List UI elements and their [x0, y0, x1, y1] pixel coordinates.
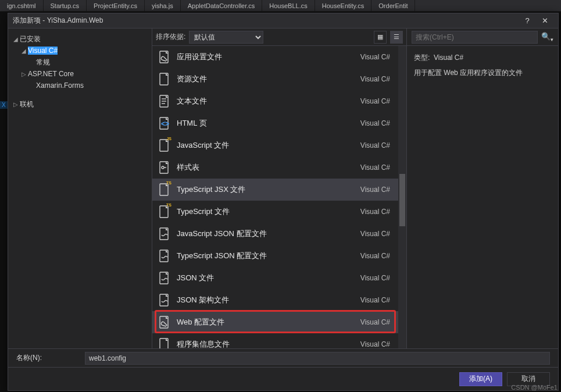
template-lang: Visual C# — [360, 186, 390, 194]
editor-tab[interactable]: ProjectEntity.cs — [87, 0, 145, 11]
tree-label: 已安装 — [20, 34, 41, 44]
watermark: CSDN @MoFe1 — [511, 384, 558, 391]
template-lang: Visual C# — [360, 97, 390, 105]
file-icon — [158, 161, 170, 174]
template-pane: 排序依据: 默认值 ▦ ☰ 应用设置文件Visual C#资源文件Visual … — [152, 28, 407, 348]
template-lang: Visual C# — [360, 75, 390, 83]
file-icon — [158, 50, 170, 64]
template-row[interactable]: Web 配置文件Visual C# — [152, 311, 398, 333]
editor-tab[interactable]: Startup.cs — [44, 0, 87, 11]
tree-installed[interactable]: ◢已安装 — [8, 33, 152, 45]
search-input[interactable] — [412, 31, 538, 44]
template-toolbar: 排序依据: 默认值 ▦ ☰ — [152, 28, 406, 46]
template-lang: Visual C# — [360, 208, 390, 216]
template-lang: Visual C# — [360, 163, 390, 172]
tree-xamarin-forms[interactable]: Xamarin.Forms — [8, 80, 152, 91]
svg-text:<>: <> — [161, 120, 169, 128]
template-lang: Visual C# — [360, 340, 390, 348]
file-icon: JS — [158, 138, 170, 152]
close-button[interactable]: ✕ — [536, 16, 553, 25]
tree-online[interactable]: ▷联机 — [8, 98, 152, 110]
template-name: 样式表 — [177, 162, 353, 173]
template-row[interactable]: TypeScript JSON 配置文件Visual C# — [152, 245, 398, 267]
template-lang: Visual C# — [360, 53, 390, 61]
filename-input[interactable] — [85, 352, 550, 365]
tree-general[interactable]: 常规 — [8, 56, 152, 68]
grid-view-button[interactable]: ▦ — [374, 31, 387, 44]
template-lang: Visual C# — [360, 141, 390, 149]
file-icon: TS — [158, 183, 170, 197]
editor-tab[interactable]: HouseEntity.cs — [315, 0, 372, 11]
template-row[interactable]: 程序集信息文件Visual C# — [152, 333, 398, 348]
scroll-thumb[interactable] — [399, 174, 405, 226]
details-pane: 🔍▾ 类型: Visual C# 用于配置 Web 应用程序设置的文件 — [407, 28, 558, 348]
file-icon — [158, 72, 170, 86]
template-lang: Visual C# — [360, 318, 390, 326]
template-lang: Visual C# — [360, 119, 390, 127]
add-button[interactable]: 添加(A) — [459, 372, 502, 386]
svg-point-10 — [162, 166, 164, 169]
template-name: JSON 架构文件 — [177, 295, 353, 305]
tree-visual-csharp[interactable]: ◢Visual C# — [8, 45, 152, 56]
file-icon — [158, 94, 170, 108]
template-row[interactable]: TSTypeScript 文件Visual C# — [152, 201, 398, 223]
list-view-button[interactable]: ☰ — [390, 31, 403, 44]
add-new-item-dialog: 添加新项 - YiSha.Admin.Web ? ✕ ◢已安装 ◢Visual … — [8, 13, 559, 391]
help-button[interactable]: ? — [519, 16, 536, 25]
category-tree: ◢已安装 ◢Visual C# 常规 ▷ASP.NET Core Xamarin… — [8, 28, 152, 348]
template-name: 资源文件 — [177, 74, 353, 84]
tree-label: Visual C# — [28, 47, 58, 55]
template-name: 文本文件 — [177, 96, 353, 106]
file-icon: TS — [158, 205, 170, 219]
file-icon: <> — [158, 116, 170, 130]
template-row[interactable]: 文本文件Visual C# — [152, 90, 398, 112]
template-row[interactable]: JavaScript JSON 配置文件Visual C# — [152, 223, 398, 245]
template-row[interactable]: JSJavaScript 文件Visual C# — [152, 134, 398, 156]
template-lang: Visual C# — [360, 296, 390, 304]
template-row[interactable]: 应用设置文件Visual C# — [152, 46, 398, 68]
dialog-title: 添加新项 - YiSha.Admin.Web — [13, 16, 519, 26]
template-row[interactable]: JSON 架构文件Visual C# — [152, 289, 398, 311]
file-icon — [158, 271, 170, 285]
details-description: 用于配置 Web 应用程序设置的文件 — [414, 67, 551, 79]
editor-tab[interactable]: yisha.js — [145, 0, 181, 11]
template-name: TypeScript JSX 文件 — [177, 184, 353, 195]
editor-tab[interactable]: HouseBLL.cs — [262, 0, 315, 11]
template-lang: Visual C# — [360, 230, 390, 238]
editor-tab-strip: ign.cshtmlStartup.csProjectEntity.csyish… — [0, 0, 561, 12]
search-icon[interactable]: 🔍▾ — [541, 32, 553, 42]
xaml-docked-badge: X — [0, 101, 8, 109]
tree-label: 联机 — [20, 99, 34, 109]
template-list: 应用设置文件Visual C#资源文件Visual C#文本文件Visual C… — [152, 46, 406, 348]
file-icon — [158, 227, 170, 241]
template-row[interactable]: <>HTML 页Visual C# — [152, 112, 398, 134]
template-name: Web 配置文件 — [177, 317, 353, 327]
tree-label: 常规 — [36, 58, 50, 67]
sort-dropdown[interactable]: 默认值 — [189, 31, 263, 44]
template-lang: Visual C# — [360, 274, 390, 282]
filename-bar: 名称(N): — [8, 348, 558, 367]
file-icon — [158, 315, 170, 329]
scrollbar[interactable] — [398, 46, 406, 348]
tree-label: Xamarin.Forms — [36, 81, 84, 90]
template-name: JavaScript 文件 — [177, 140, 353, 151]
tree-aspnet-core[interactable]: ▷ASP.NET Core — [8, 68, 152, 80]
template-lang: Visual C# — [360, 252, 390, 260]
template-name: TypeScript JSON 配置文件 — [177, 251, 353, 261]
details-type-line: 类型: Visual C# — [414, 52, 551, 63]
editor-tab[interactable]: ign.cshtml — [0, 0, 44, 11]
template-name: 程序集信息文件 — [177, 339, 353, 348]
editor-tab[interactable]: OrderEntit — [371, 0, 415, 11]
editor-tab[interactable]: AppletDataController.cs — [181, 0, 263, 11]
template-name: 应用设置文件 — [177, 52, 353, 62]
template-row[interactable]: 样式表Visual C# — [152, 156, 398, 179]
template-row[interactable]: JSON 文件Visual C# — [152, 267, 398, 289]
template-row[interactable]: TSTypeScript JSX 文件Visual C# — [152, 179, 398, 201]
template-name: JSON 文件 — [177, 273, 353, 283]
file-icon — [158, 249, 170, 263]
template-name: HTML 页 — [177, 118, 353, 129]
search-bar: 🔍▾ — [407, 28, 558, 46]
template-name: TypeScript 文件 — [177, 206, 353, 217]
template-row[interactable]: 资源文件Visual C# — [152, 68, 398, 90]
file-icon — [158, 337, 170, 348]
